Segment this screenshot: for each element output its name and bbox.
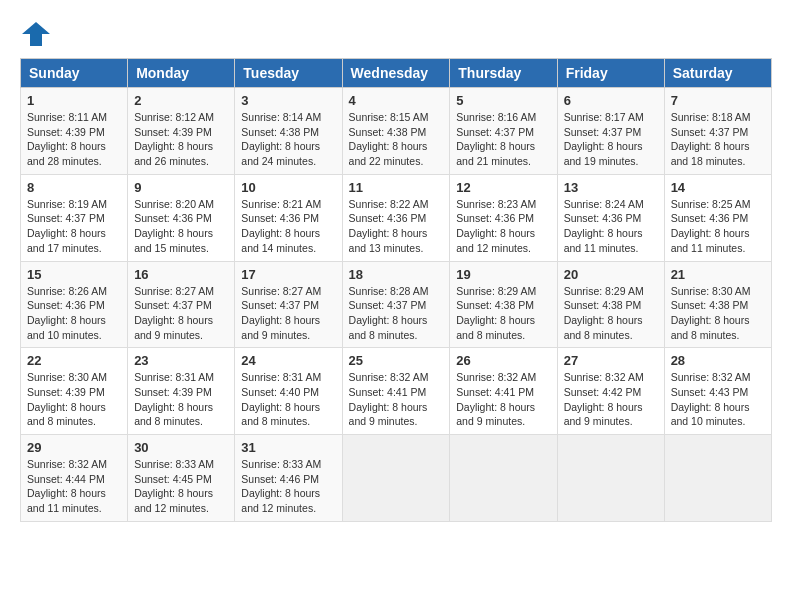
day-detail: Sunrise: 8:29 AM Sunset: 4:38 PM Dayligh… [564,284,658,343]
calendar-cell: 9 Sunrise: 8:20 AM Sunset: 4:36 PM Dayli… [128,174,235,261]
day-number: 14 [671,180,765,195]
svg-marker-0 [22,22,50,46]
calendar-cell: 21 Sunrise: 8:30 AM Sunset: 4:38 PM Dayl… [664,261,771,348]
day-number: 12 [456,180,550,195]
day-detail: Sunrise: 8:18 AM Sunset: 4:37 PM Dayligh… [671,110,765,169]
day-detail: Sunrise: 8:27 AM Sunset: 4:37 PM Dayligh… [241,284,335,343]
day-detail: Sunrise: 8:32 AM Sunset: 4:43 PM Dayligh… [671,370,765,429]
day-detail: Sunrise: 8:31 AM Sunset: 4:39 PM Dayligh… [134,370,228,429]
calendar-cell: 22 Sunrise: 8:30 AM Sunset: 4:39 PM Dayl… [21,348,128,435]
day-number: 6 [564,93,658,108]
calendar-cell: 24 Sunrise: 8:31 AM Sunset: 4:40 PM Dayl… [235,348,342,435]
calendar-week-row: 8 Sunrise: 8:19 AM Sunset: 4:37 PM Dayli… [21,174,772,261]
day-detail: Sunrise: 8:24 AM Sunset: 4:36 PM Dayligh… [564,197,658,256]
calendar-cell: 13 Sunrise: 8:24 AM Sunset: 4:36 PM Dayl… [557,174,664,261]
day-detail: Sunrise: 8:32 AM Sunset: 4:42 PM Dayligh… [564,370,658,429]
day-number: 27 [564,353,658,368]
calendar-header-row: SundayMondayTuesdayWednesdayThursdayFrid… [21,59,772,88]
day-number: 20 [564,267,658,282]
day-number: 10 [241,180,335,195]
calendar-cell: 7 Sunrise: 8:18 AM Sunset: 4:37 PM Dayli… [664,88,771,175]
day-detail: Sunrise: 8:30 AM Sunset: 4:39 PM Dayligh… [27,370,121,429]
calendar-cell: 30 Sunrise: 8:33 AM Sunset: 4:45 PM Dayl… [128,435,235,522]
day-number: 4 [349,93,444,108]
calendar-week-row: 22 Sunrise: 8:30 AM Sunset: 4:39 PM Dayl… [21,348,772,435]
day-number: 7 [671,93,765,108]
day-detail: Sunrise: 8:11 AM Sunset: 4:39 PM Dayligh… [27,110,121,169]
day-detail: Sunrise: 8:33 AM Sunset: 4:46 PM Dayligh… [241,457,335,516]
day-detail: Sunrise: 8:12 AM Sunset: 4:39 PM Dayligh… [134,110,228,169]
calendar-cell: 14 Sunrise: 8:25 AM Sunset: 4:36 PM Dayl… [664,174,771,261]
calendar-cell: 6 Sunrise: 8:17 AM Sunset: 4:37 PM Dayli… [557,88,664,175]
calendar-day-header: Wednesday [342,59,450,88]
calendar-day-header: Sunday [21,59,128,88]
day-detail: Sunrise: 8:14 AM Sunset: 4:38 PM Dayligh… [241,110,335,169]
day-detail: Sunrise: 8:17 AM Sunset: 4:37 PM Dayligh… [564,110,658,169]
calendar-day-header: Thursday [450,59,557,88]
day-detail: Sunrise: 8:19 AM Sunset: 4:37 PM Dayligh… [27,197,121,256]
day-detail: Sunrise: 8:28 AM Sunset: 4:37 PM Dayligh… [349,284,444,343]
calendar-cell: 19 Sunrise: 8:29 AM Sunset: 4:38 PM Dayl… [450,261,557,348]
day-number: 9 [134,180,228,195]
calendar-cell: 20 Sunrise: 8:29 AM Sunset: 4:38 PM Dayl… [557,261,664,348]
day-number: 19 [456,267,550,282]
day-detail: Sunrise: 8:32 AM Sunset: 4:41 PM Dayligh… [349,370,444,429]
day-number: 16 [134,267,228,282]
day-detail: Sunrise: 8:22 AM Sunset: 4:36 PM Dayligh… [349,197,444,256]
calendar-cell [450,435,557,522]
day-number: 29 [27,440,121,455]
day-number: 23 [134,353,228,368]
calendar-cell: 12 Sunrise: 8:23 AM Sunset: 4:36 PM Dayl… [450,174,557,261]
day-detail: Sunrise: 8:25 AM Sunset: 4:36 PM Dayligh… [671,197,765,256]
calendar-cell: 3 Sunrise: 8:14 AM Sunset: 4:38 PM Dayli… [235,88,342,175]
day-detail: Sunrise: 8:32 AM Sunset: 4:44 PM Dayligh… [27,457,121,516]
day-detail: Sunrise: 8:31 AM Sunset: 4:40 PM Dayligh… [241,370,335,429]
calendar-cell [557,435,664,522]
day-number: 1 [27,93,121,108]
day-number: 22 [27,353,121,368]
day-number: 11 [349,180,444,195]
calendar-table: SundayMondayTuesdayWednesdayThursdayFrid… [20,58,772,522]
day-number: 24 [241,353,335,368]
day-number: 3 [241,93,335,108]
day-detail: Sunrise: 8:32 AM Sunset: 4:41 PM Dayligh… [456,370,550,429]
calendar-cell: 28 Sunrise: 8:32 AM Sunset: 4:43 PM Dayl… [664,348,771,435]
calendar-cell: 26 Sunrise: 8:32 AM Sunset: 4:41 PM Dayl… [450,348,557,435]
calendar-cell [664,435,771,522]
day-number: 25 [349,353,444,368]
day-detail: Sunrise: 8:20 AM Sunset: 4:36 PM Dayligh… [134,197,228,256]
day-detail: Sunrise: 8:29 AM Sunset: 4:38 PM Dayligh… [456,284,550,343]
day-number: 17 [241,267,335,282]
calendar-day-header: Saturday [664,59,771,88]
calendar-cell: 23 Sunrise: 8:31 AM Sunset: 4:39 PM Dayl… [128,348,235,435]
day-number: 31 [241,440,335,455]
calendar-week-row: 29 Sunrise: 8:32 AM Sunset: 4:44 PM Dayl… [21,435,772,522]
day-detail: Sunrise: 8:33 AM Sunset: 4:45 PM Dayligh… [134,457,228,516]
logo [20,20,56,48]
calendar-cell: 31 Sunrise: 8:33 AM Sunset: 4:46 PM Dayl… [235,435,342,522]
logo-icon [20,20,52,48]
calendar-cell: 29 Sunrise: 8:32 AM Sunset: 4:44 PM Dayl… [21,435,128,522]
day-number: 2 [134,93,228,108]
calendar-week-row: 1 Sunrise: 8:11 AM Sunset: 4:39 PM Dayli… [21,88,772,175]
calendar-cell: 17 Sunrise: 8:27 AM Sunset: 4:37 PM Dayl… [235,261,342,348]
day-detail: Sunrise: 8:30 AM Sunset: 4:38 PM Dayligh… [671,284,765,343]
calendar-cell [342,435,450,522]
day-detail: Sunrise: 8:23 AM Sunset: 4:36 PM Dayligh… [456,197,550,256]
calendar-cell: 11 Sunrise: 8:22 AM Sunset: 4:36 PM Dayl… [342,174,450,261]
day-detail: Sunrise: 8:16 AM Sunset: 4:37 PM Dayligh… [456,110,550,169]
calendar-week-row: 15 Sunrise: 8:26 AM Sunset: 4:36 PM Dayl… [21,261,772,348]
calendar-day-header: Monday [128,59,235,88]
calendar-cell: 8 Sunrise: 8:19 AM Sunset: 4:37 PM Dayli… [21,174,128,261]
calendar-cell: 4 Sunrise: 8:15 AM Sunset: 4:38 PM Dayli… [342,88,450,175]
day-detail: Sunrise: 8:15 AM Sunset: 4:38 PM Dayligh… [349,110,444,169]
calendar-cell: 27 Sunrise: 8:32 AM Sunset: 4:42 PM Dayl… [557,348,664,435]
calendar-cell: 1 Sunrise: 8:11 AM Sunset: 4:39 PM Dayli… [21,88,128,175]
day-number: 21 [671,267,765,282]
day-number: 13 [564,180,658,195]
day-number: 26 [456,353,550,368]
calendar-cell: 16 Sunrise: 8:27 AM Sunset: 4:37 PM Dayl… [128,261,235,348]
calendar-day-header: Tuesday [235,59,342,88]
calendar-cell: 5 Sunrise: 8:16 AM Sunset: 4:37 PM Dayli… [450,88,557,175]
page-header [20,20,772,48]
